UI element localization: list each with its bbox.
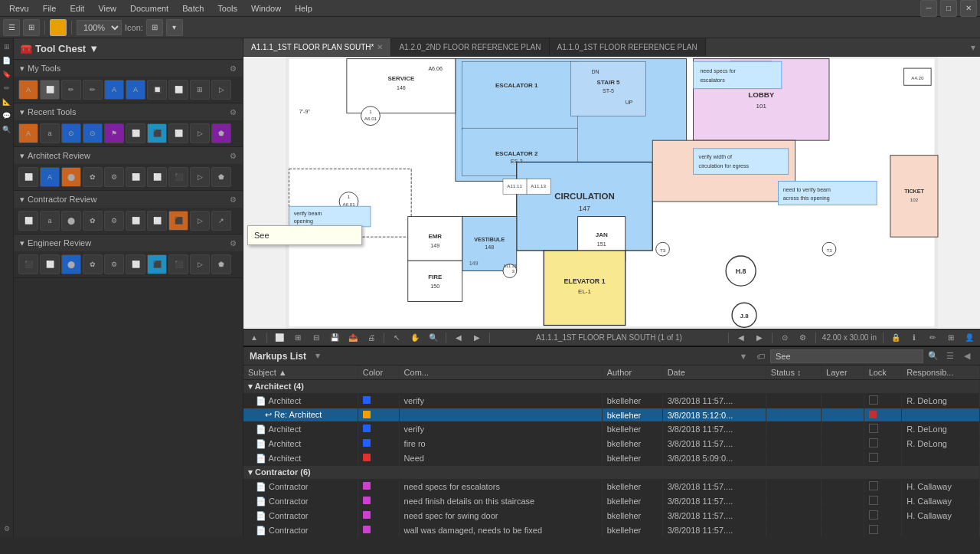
table-row[interactable]: 📄 Architect verify bkelleher 3/8/2018 11… [243,394,980,408]
status-next-page-btn[interactable]: ▶ [753,332,766,344]
tool-recent-8[interactable]: ⬜ [168,123,188,143]
tool-eng-10[interactable]: ⬟ [211,254,231,274]
tool-arch-2[interactable]: A [40,167,60,187]
table-row-c3[interactable]: 📄 Contractor need spec for swing door bk… [243,509,980,523]
tool-contr-5[interactable]: ⚙ [104,211,124,231]
left-icon-3[interactable]: 🔖 [2,69,12,80]
tool-my-1[interactable]: A [18,80,38,100]
markups-search-input[interactable] [770,349,923,363]
menu-revu[interactable]: Revu [3,2,35,15]
recent-tools-header[interactable]: ▾ Recent Tools ⚙ [14,103,243,120]
tool-eng-7[interactable]: ⬛ [147,254,167,274]
tool-arch-4[interactable]: ✿ [83,167,103,187]
tool-recent-5[interactable]: ⚑ [104,123,124,143]
tool-arch-5[interactable]: ⚙ [104,167,124,187]
toolbar-panel-btn[interactable]: ⊞ [23,19,40,36]
left-icon-settings[interactable]: ⚙ [2,523,12,534]
tool-contr-6[interactable]: ⬜ [126,211,145,231]
tool-contr-1[interactable]: ⬜ [18,211,38,231]
search-icon[interactable]: 🔍 [926,349,940,363]
icon-style-btn[interactable]: ⊞ [146,19,163,36]
tool-chest-dropdown-icon[interactable]: ▼ [89,43,99,54]
tool-recent-7[interactable]: ⬛ [147,123,167,143]
tool-arch-10[interactable]: ⬟ [211,167,231,187]
expand-panel-btn[interactable]: ◀ [960,349,974,363]
left-icon-1[interactable]: ⊞ [2,41,12,52]
filter-btn[interactable]: ▼ [737,349,750,363]
table-row-2[interactable]: 📄 Architect verify bkelleher 3/8/2018 11… [243,422,980,437]
toolbar-color-btn[interactable] [50,19,67,36]
recent-tools-gear[interactable]: ⚙ [230,108,237,116]
tool-arch-3[interactable]: ⬤ [61,167,81,187]
contractor-review-header[interactable]: ▾ Contractor Review ⚙ [14,191,243,208]
col-responsible[interactable]: Responsib... [902,366,980,380]
tab-more-button[interactable]: ▾ [966,42,980,53]
engineer-review-gear[interactable]: ⚙ [230,239,237,247]
col-comment[interactable]: Com... [399,366,602,380]
markups-dropdown-btn[interactable]: ▾ [311,349,325,363]
tool-my-4[interactable]: ✏ [83,80,103,100]
tool-my-9[interactable]: ⊞ [190,80,210,100]
tool-eng-4[interactable]: ✿ [83,254,103,274]
tool-arch-9[interactable]: ▷ [190,167,210,187]
tool-contr-3[interactable]: ⬤ [61,211,81,231]
status-info-btn[interactable]: ℹ [908,332,920,344]
col-color[interactable]: Color [358,366,399,380]
markups-table-area[interactable]: Subject ▲ Color Com... Author Date Statu… [243,366,980,537]
col-author[interactable]: Author [602,366,662,380]
col-subject[interactable]: Subject ▲ [243,366,358,380]
tool-recent-10[interactable]: ⬟ [211,123,231,143]
status-export-btn[interactable]: 📤 [347,332,359,344]
list-view-btn[interactable]: ☰ [943,349,957,363]
status-share-btn[interactable]: ⊞ [945,332,957,344]
tool-contr-4[interactable]: ✿ [83,211,103,231]
table-row-c1[interactable]: 📄 Contractor need specs for escalators b… [243,480,980,494]
architect-review-gear[interactable]: ⚙ [230,152,237,160]
tool-eng-1[interactable]: ⬛ [18,254,38,274]
menu-help[interactable]: Help [289,2,318,15]
tab-close-1[interactable]: ✕ [377,43,383,51]
tool-arch-6[interactable]: ⬜ [126,167,145,187]
status-zoom-btn[interactable]: 🔍 [427,332,439,344]
menu-document[interactable]: Document [124,2,175,15]
tool-eng-3[interactable]: ⬤ [61,254,81,274]
status-prev-btn[interactable]: ◀ [452,332,465,344]
left-icon-2[interactable]: 📄 [2,55,12,66]
tool-recent-1[interactable]: A [18,123,38,143]
my-tools-gear[interactable]: ⚙ [230,64,237,73]
status-nav-cursor[interactable]: ↖ [390,332,403,344]
tool-contr-8[interactable]: ⬛ [168,211,188,231]
tool-contr-2[interactable]: a [40,211,60,231]
tool-contr-7[interactable]: ⬜ [147,211,167,231]
tool-recent-4[interactable]: ⊙ [83,123,103,143]
toolbar-nav-btn[interactable]: ☰ [3,19,20,36]
status-layout-1[interactable]: ⬜ [273,332,286,344]
tab-2nd-floor[interactable]: A1.2.0_2ND FLOOR REFERENCE PLAN [391,38,549,57]
tool-eng-5[interactable]: ⚙ [104,254,124,274]
architect-review-header[interactable]: ▾ Architect Review ⚙ [14,147,243,164]
tool-arch-7[interactable]: ⬜ [147,167,167,187]
left-icon-4[interactable]: ✏ [2,83,12,93]
group-contractor[interactable]: ▾ Contractor (6) [243,466,980,480]
tool-my-10[interactable]: ▷ [211,80,231,100]
tool-my-8[interactable]: ⬜ [168,80,188,100]
status-print-btn[interactable]: 🖨 [365,332,377,344]
col-status[interactable]: Status ↕ [766,366,821,380]
my-tools-header[interactable]: ▾ My Tools ⚙ [14,60,243,77]
status-layout-3[interactable]: ⊟ [310,332,322,344]
menu-tools[interactable]: Tools [211,2,243,15]
table-row-c2[interactable]: 📄 Contractor need finish details on this… [243,494,980,509]
left-icon-7[interactable]: 🔍 [2,124,12,135]
status-triangle-btn[interactable]: ▲ [248,332,260,344]
status-nav-pan[interactable]: ✋ [409,332,421,344]
tab-floor-plan-south[interactable]: A1.1.1_1ST FLOOR PLAN SOUTH* ✕ [243,38,391,57]
left-icon-5[interactable]: 📐 [2,97,12,107]
tool-my-7[interactable]: 🔲 [147,80,167,100]
status-fit-btn[interactable]: ⊙ [779,332,791,344]
maximize-button[interactable]: □ [940,0,957,17]
col-layer[interactable]: Layer [822,366,864,380]
status-layout-2[interactable]: ⊞ [292,332,304,344]
zoom-select[interactable]: 100% [77,20,122,35]
tool-eng-2[interactable]: ⬜ [40,254,60,274]
status-lock-btn[interactable]: 🔒 [890,332,902,344]
